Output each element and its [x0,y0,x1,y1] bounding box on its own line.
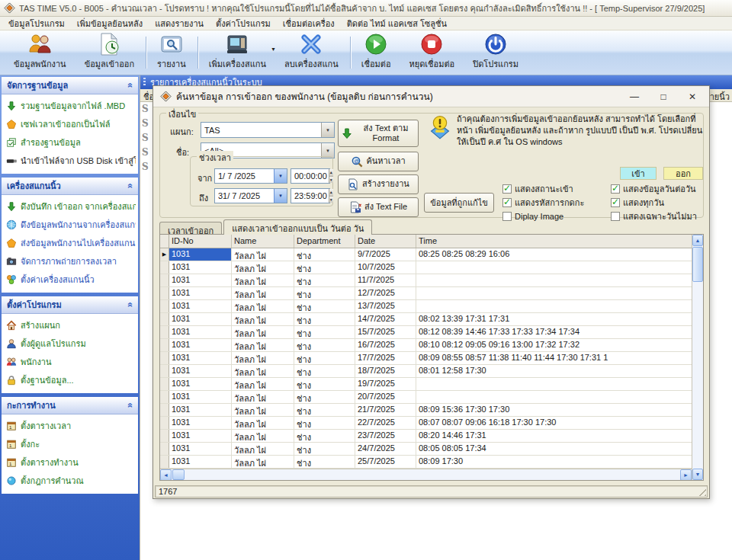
checkbox-option[interactable]: แสดงรหัสการกดกะ [502,197,584,208]
display-options-column-1: แสดงสถานะเข้า แสดงรหัสการกดกะ Diplay Ima… [502,184,584,222]
action-button[interactable]: ส่ง Text ตาม Format [338,120,419,147]
table-row[interactable]: 1031 วัลลภ ไผ่ ช่าง 21/7/2025 08:09 15:3… [160,404,692,417]
resize-grip[interactable] [697,487,706,496]
sidebar-item[interactable]: จัดการภาพถ่ายการลงเวลา [6,254,136,268]
table-row[interactable]: 1031 วัลลภ ไผ่ ช่าง 10/7/2025 [160,261,692,274]
time-spinner[interactable]: ▲▼ [329,169,333,183]
menu-item[interactable]: เชื่อมต่อเครื่อง [277,16,341,31]
sidebar-item[interactable]: ตั้งฐานข้อมูล... [6,373,136,387]
search-time-icon: @ [351,155,363,168]
toolbar-button[interactable]: ข้อมูลเข้าออก [75,31,143,74]
scroll-up-icon[interactable]: ▲ [692,235,703,246]
row-marker [160,261,169,274]
sidebar-item[interactable]: 1 ตั้งตารางเวลา [6,419,136,433]
sidebar-item[interactable]: 1 ตั้งกะ [6,437,136,451]
from-date-picker[interactable]: 1/ 7 /2025 [214,168,287,184]
table-row[interactable]: 1031 วัลลภ ไผ่ ช่าง 20/7/2025 [160,391,692,404]
table-row[interactable]: 1031 วัลลภ ไผ่ ช่าง 24/7/2025 08:05 08:0… [160,443,692,456]
toolbar-button[interactable]: เพิ่มเครื่องสแกน [200,31,275,74]
sidebar-item[interactable]: ตั้งกฎการคำนวณ [6,474,136,488]
department-select[interactable]: TAS [201,122,335,138]
toolbar-button[interactable]: หยุดเชื่อมต่อ [400,31,464,74]
vertical-scroll-thumb[interactable] [692,247,703,282]
minimize-button[interactable]: — [622,88,647,105]
table-row[interactable]: 1031 วัลลภ ไผ่ ช่าง 18/7/2025 08:01 12:5… [160,365,692,378]
sidebar-section-header[interactable]: เครื่องสแกนนิ้ว [2,178,138,195]
menu-item[interactable]: เพิ่มข้อมูลย้อนหลัง [71,16,149,31]
action-button[interactable]: @ ค้นหาเวลา [338,152,419,171]
toolbar-button[interactable]: ข้อมูลพนักงาน [5,31,75,74]
table-row[interactable]: 1031 วัลลภ ไผ่ ช่าง 13/7/2025 [160,300,692,313]
time-spinner[interactable]: ▲▼ [329,189,333,203]
sidebar-item[interactable]: สร้างแผนก [6,318,136,332]
table-row[interactable]: 1031 วัลลภ ไผ่ ช่าง 11/7/2025 [160,274,692,287]
sidebar-item[interactable]: 1 ตั้งตารางทำงาน [6,456,136,469]
menu-item[interactable]: ตั้งค่าโปรแกรม [210,16,277,31]
checkbox[interactable] [502,184,512,194]
action-button[interactable]: ส่ง Text File [338,197,419,217]
sidebar-item[interactable]: สำรองฐานข้อมูล [6,136,136,149]
scroll-right-icon[interactable]: ► [680,469,692,480]
from-time-field[interactable]: 00:00:00 ▲▼ [291,168,330,184]
tab[interactable]: เวลาเข้าออก [159,222,222,235]
calendar-dropdown-icon[interactable] [274,169,287,183]
scroll-left-icon[interactable]: ◄ [160,469,172,480]
checkbox-option[interactable]: แสดงทุกวัน [611,197,697,208]
to-time-field[interactable]: 23:59:00 ▲▼ [291,188,330,203]
horizontal-scroll-thumb[interactable] [172,469,185,480]
checkbox[interactable] [611,212,620,221]
sidebar-section-header[interactable]: จัดการฐานข้อมูล [2,77,138,94]
row-marker [160,248,169,261]
dropdown-arrow-icon[interactable] [321,123,334,137]
to-date-picker[interactable]: 31/ 7 /2025 [214,188,287,203]
column-header-name[interactable]: Name [232,235,294,248]
column-header-department[interactable]: Department [294,235,355,248]
toolbar-button[interactable]: ปิดโปรแกรม [464,31,528,74]
column-header-time[interactable]: Time [416,235,692,248]
checkbox[interactable] [611,184,620,194]
checkbox[interactable] [502,212,512,221]
sidebar-item[interactable]: ดึงบันทึก เข้าออก จากเครื่องสแกน [6,200,136,213]
sidebar-item[interactable]: รวมฐานข้อมูลจากไฟล์ .MBD [6,99,136,113]
sidebar-section-header[interactable]: ตั้งค่าโปรแกรม [2,296,138,314]
maximize-button[interactable]: □ [651,88,676,105]
table-row[interactable]: 1031 วัลลภ ไผ่ ช่าง 23/7/2025 08:20 14:4… [160,430,692,443]
calendar-dropdown-icon[interactable] [274,189,287,203]
table-row[interactable]: 1031 วัลลภ ไผ่ ช่าง 16/7/2025 08:10 08:1… [160,339,692,352]
table-row[interactable]: 1031 วัลลภ ไผ่ ช่าง 12/7/2025 [160,287,692,300]
table-row[interactable]: 1031 วัลลภ ไผ่ ช่าง 19/7/2025 [160,378,692,391]
table-row[interactable]: 1031 วัลลภ ไผ่ ช่าง 22/7/2025 08:07 08:0… [160,417,692,430]
column-header-id[interactable]: ID-No [169,235,232,248]
sidebar-item[interactable]: เซฟเวลาเข้าออกเป็นไฟล์ [6,117,136,131]
checkbox-option[interactable]: แสดงข้อมูลวันต่อวัน [611,184,697,194]
scroll-down-icon[interactable]: ▼ [692,469,703,480]
toolbar-button[interactable]: รายงาน [148,31,195,74]
table-row[interactable]: 1031 วัลลภ ไผ่ ช่าง 17/7/2025 08:09 08:5… [160,352,692,365]
menu-item[interactable]: ติดต่อ ไทม์ แอคเซส โซลูชั่น [341,16,453,31]
tab[interactable]: แสดงเวลาเข้าออกแบบเป็น วันต่อ วัน [223,219,372,235]
close-button[interactable]: ✕ [680,88,705,105]
checkbox-option[interactable]: Diplay Image [502,211,584,222]
toolbar-button[interactable]: เชื่อมต่อ [352,31,400,74]
sidebar-item[interactable]: ตั้งผู้ดูแลโปรแกรม [6,337,136,350]
edited-data-button[interactable]: ข้อมูลที่ถูกแก้ไข [424,193,494,213]
sidebar-item[interactable]: พนักงาน [6,355,136,369]
menu-item[interactable]: ข้อมูลโปรแกรม [2,16,71,31]
toolbar-button[interactable]: ลบเครื่องสแกน [275,31,348,74]
sidebar-item[interactable]: นำเข้าไฟล์จาก USB Disk เข้าสู่โป... [6,154,136,168]
checkbox[interactable] [611,198,620,207]
action-button[interactable]: สร้างรายงาน [338,174,419,194]
table-row[interactable]: 1031 วัลลภ ไผ่ ช่าง 15/7/2025 08:12 08:3… [160,326,692,339]
menu-item[interactable]: แสดงรายงาน [149,16,210,31]
sidebar-item[interactable]: ส่งข้อมูลพนักงานไปเครื่องสแกน [6,236,136,250]
column-header-date[interactable]: Date [355,235,416,248]
sidebar-item[interactable]: ตั้งค่าเครื่องสแกนนิ้ว [6,273,136,286]
sidebar-item[interactable]: ดึงข้อมูลพนักงานจากเครื่องสแกน [6,218,136,232]
checkbox[interactable] [502,198,512,207]
checkbox-option[interactable]: แสดงสถานะเข้า [502,184,584,194]
table-row[interactable]: 1031 วัลลภ ไผ่ ช่าง 25/7/2025 08:09 17:3… [160,456,692,469]
table-row[interactable]: 1031 วัลลภ ไผ่ ช่าง 9/7/2025 08:25 08:25… [160,248,692,261]
table-row[interactable]: 1031 วัลลภ ไผ่ ช่าง 14/7/2025 08:02 13:3… [160,313,692,326]
sidebar-section-header[interactable]: กะการทำงาน [2,397,138,414]
checkbox-option[interactable]: แสดงเฉพาะวันไม่มา [611,211,697,222]
